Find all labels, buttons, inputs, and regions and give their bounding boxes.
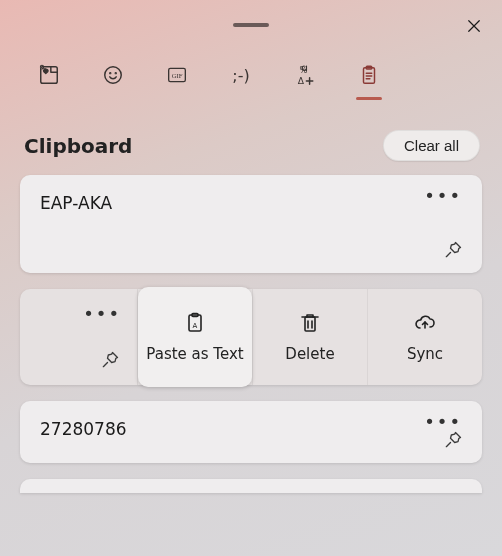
sync-button[interactable]: Sync	[367, 289, 482, 385]
svg-rect-0	[41, 67, 58, 84]
paste-as-text-button[interactable]: A Paste as Text	[138, 287, 252, 387]
item-pin-button[interactable]	[440, 427, 466, 453]
action-label: Delete	[285, 345, 334, 363]
tab-symbols[interactable]: % Δ	[286, 56, 324, 94]
tab-gif[interactable]: GIF	[158, 56, 196, 94]
clipboard-item[interactable]: 27280786 •••	[20, 401, 482, 463]
clear-all-button[interactable]: Clear all	[383, 130, 480, 161]
clipboard-item[interactable]: EAP-AKA •••	[20, 175, 482, 273]
trash-icon	[298, 311, 322, 335]
clipboard-item-text: 27280786	[40, 419, 462, 439]
action-label: Paste as Text	[146, 345, 243, 363]
clipboard-item-actions: ••• A Paste as Text Delete	[20, 289, 482, 385]
clipboard-list: EAP-AKA ••• ••• A Paste as Text	[0, 175, 502, 493]
close-button[interactable]	[460, 12, 488, 40]
clipboard-item-text: EAP-AKA	[40, 193, 462, 213]
symbols-icon: % Δ	[294, 64, 316, 86]
svg-text:GIF: GIF	[172, 72, 183, 79]
gif-icon: GIF	[165, 65, 189, 85]
sticker-icon	[38, 64, 60, 86]
svg-text:A: A	[193, 322, 198, 330]
item-pin-button[interactable]	[440, 237, 466, 263]
kaomoji-icon: ;-)	[232, 66, 249, 85]
paste-text-icon: A	[183, 311, 207, 335]
tab-clipboard[interactable]	[350, 56, 388, 94]
clipboard-icon	[358, 64, 380, 86]
pin-icon	[443, 430, 463, 450]
close-icon	[465, 17, 483, 35]
titlebar	[0, 0, 502, 50]
svg-rect-13	[305, 317, 315, 331]
svg-text:Δ: Δ	[298, 75, 305, 86]
item-more-button[interactable]: •••	[424, 187, 462, 205]
clipboard-item-peek	[20, 479, 482, 493]
delete-button[interactable]: Delete	[252, 289, 367, 385]
section-header: Clipboard Clear all	[0, 108, 502, 175]
action-label: Sync	[407, 345, 443, 363]
item-pin-button[interactable]	[97, 347, 123, 373]
section-title: Clipboard	[24, 134, 132, 158]
category-tabs: GIF ;-) % Δ	[0, 50, 502, 108]
tab-kaomoji[interactable]: ;-)	[222, 56, 260, 94]
svg-point-2	[110, 73, 111, 74]
pin-icon	[100, 350, 120, 370]
emoji-icon	[102, 64, 124, 86]
cloud-sync-icon	[413, 311, 437, 335]
item-more-button[interactable]: •••	[83, 305, 121, 323]
clipboard-item-collapsed[interactable]: •••	[20, 289, 138, 385]
svg-point-3	[115, 73, 116, 74]
pin-icon	[443, 240, 463, 260]
svg-point-1	[105, 67, 122, 84]
drag-handle-icon[interactable]	[233, 23, 269, 27]
tab-emoji[interactable]	[94, 56, 132, 94]
tab-stickers[interactable]	[30, 56, 68, 94]
